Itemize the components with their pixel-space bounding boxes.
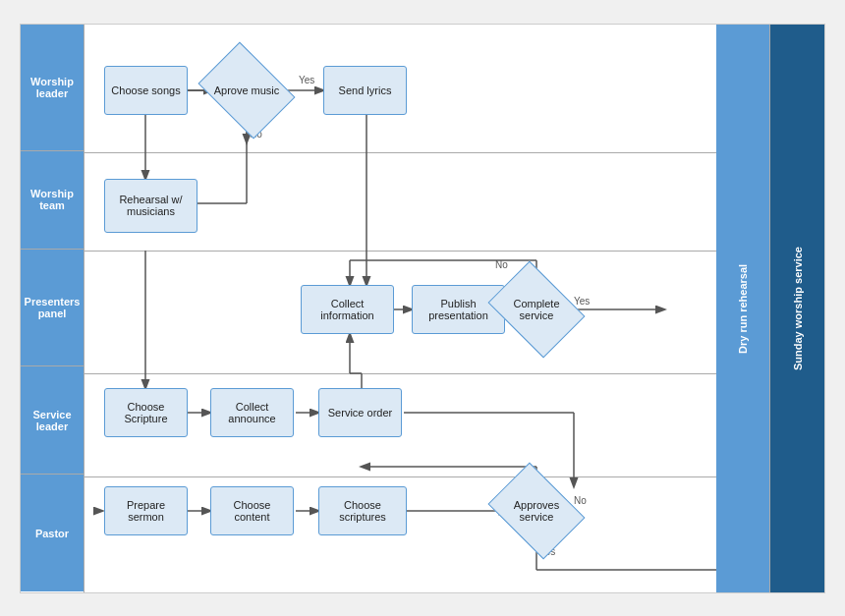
lane-worship-team: Worshipteam [21,151,84,250]
main-area: Yes No No Yes No No Yes Choose songs Sen… [84,25,716,592]
complete-service-wrapper: Complete service [497,280,576,339]
send-lyrics-box: Send lyrics [323,66,407,115]
lane-worship-leader: Worshipleader [21,25,84,152]
dry-run-rehearsal-label: Dry run rehearsal [716,25,770,592]
svg-text:No: No [495,259,508,270]
lane-presenters-panel: Presenterspanel [21,250,84,367]
swimlanes-left: Worshipleader Worshipteam Presenterspane… [21,25,84,592]
choose-content-box: Choose content [210,486,294,535]
publish-pres-box: Publish presentation [412,285,505,334]
approve-music-wrapper: Aprove music [207,61,286,120]
choose-scripture-box: Choose Scripture [104,388,188,437]
lane-pastor: Pastor [21,475,84,592]
choose-scriptures-box: Choose scriptures [318,486,407,535]
diagram-wrapper: Worshipleader Worshipteam Presenterspane… [20,24,825,593]
collect-info-box: Collect information [301,285,394,334]
service-order-box: Service order [318,388,402,437]
approves-service-wrapper: Approves service [497,481,576,540]
svg-text:Yes: Yes [299,75,314,85]
collect-announce-box: Collect announce [210,388,294,437]
rehearsal-box: Rehearsal w/ musicians [104,179,197,233]
sunday-worship-service-label: Sunday worship service [770,25,824,592]
svg-text:Yes: Yes [574,296,590,307]
lane-service-leader: Serviceleader [21,366,84,475]
prepare-sermon-box: Prepare sermon [104,486,188,535]
choose-songs-box: Choose songs [104,66,188,115]
